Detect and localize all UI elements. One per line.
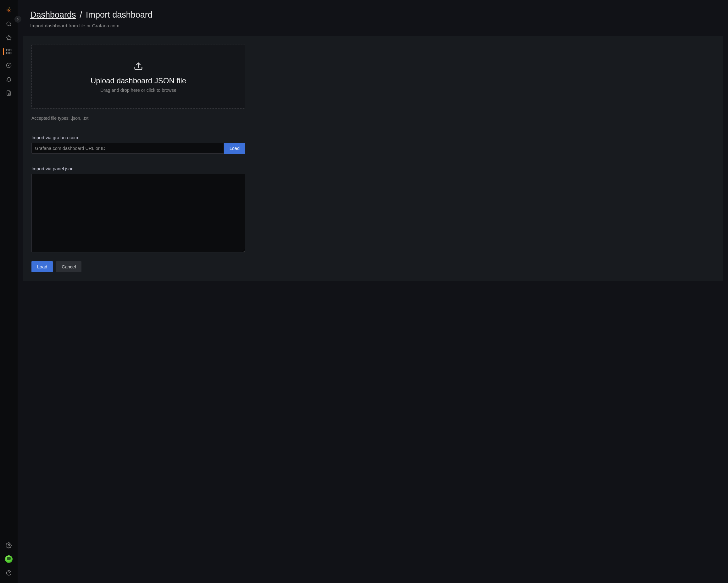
sidebar [0,0,18,583]
sidebar-settings[interactable] [0,538,18,552]
grafana-logo-icon [6,7,12,13]
upload-icon [133,61,144,73]
import-url-group: Import via grafana.com Load [31,135,245,154]
breadcrumb: Dashboards / Import dashboard [30,10,716,20]
import-json-group: Import via panel json [31,166,245,254]
search-icon [6,21,12,27]
sidebar-grafana[interactable] [0,3,18,17]
svg-rect-5 [7,52,8,54]
breadcrumb-dashboards-link[interactable]: Dashboards [30,10,76,20]
help-icon [6,570,12,576]
sidebar-alerting[interactable] [0,72,18,86]
import-url-label: Import via grafana.com [31,135,245,140]
upload-hint: Drag and drop here or click to browse [100,88,176,93]
upload-dropzone[interactable]: Upload dashboard JSON file Drag and drop… [31,45,245,109]
breadcrumb-separator: / [80,10,82,20]
svg-rect-4 [9,49,11,51]
sidebar-expand-button[interactable] [15,16,21,23]
page-header: Dashboards / Import dashboard Import das… [18,0,728,36]
svg-rect-6 [9,52,11,54]
sidebar-explore[interactable] [0,58,18,72]
svg-rect-3 [7,49,8,51]
page-subtitle: Import dashboard from file or Grafana.co… [30,23,716,28]
import-json-label: Import via panel json [31,166,245,171]
svg-point-0 [7,22,10,25]
cancel-button[interactable]: Cancel [56,261,81,272]
import-panel: Upload dashboard JSON file Drag and drop… [23,36,723,281]
sidebar-dashboards[interactable] [0,45,18,58]
accepted-file-types: Accepted file types: .json, .txt [31,116,245,121]
sidebar-user[interactable] [0,552,18,566]
load-button[interactable]: Load [31,261,53,272]
svg-point-11 [8,545,10,546]
svg-line-1 [10,25,11,26]
svg-marker-8 [8,65,9,66]
sidebar-starred[interactable] [0,31,18,45]
breadcrumb-current: Import dashboard [86,10,153,20]
import-url-input[interactable] [31,143,224,154]
main-content: Dashboards / Import dashboard Import das… [18,0,728,583]
compass-icon [6,62,12,68]
sidebar-help[interactable] [0,566,18,580]
dashboards-icon [6,48,12,55]
form-buttons: Load Cancel [31,261,245,272]
upload-title: Upload dashboard JSON file [90,76,186,85]
bell-icon [6,76,12,82]
svg-marker-2 [6,35,11,40]
document-icon [6,90,12,96]
sidebar-connections[interactable] [0,86,18,100]
star-icon [6,34,12,41]
chevron-right-icon [16,17,20,21]
import-url-load-button[interactable]: Load [224,143,245,154]
user-avatar-icon [5,555,12,563]
gear-icon [6,542,12,549]
import-json-textarea[interactable] [31,174,245,252]
